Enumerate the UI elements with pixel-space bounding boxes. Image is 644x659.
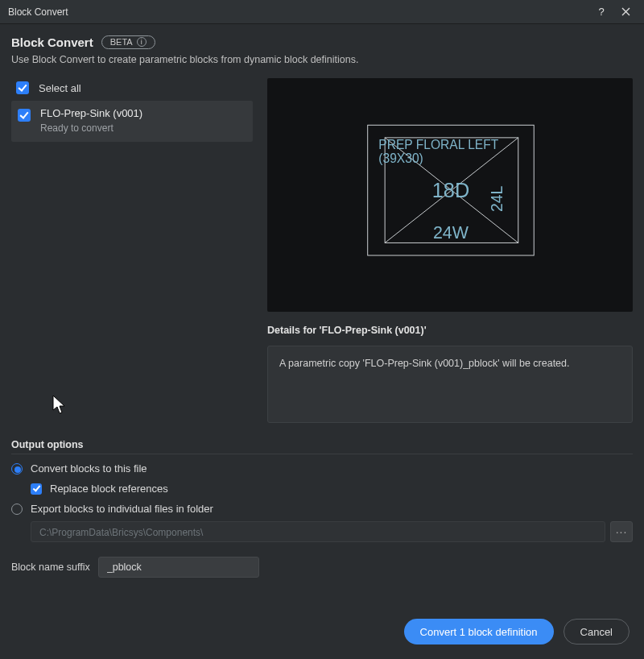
radio-export-to-folder[interactable] [11, 504, 23, 515]
details-box: A parametric copy 'FLO-Prep-Sink (v001)_… [267, 346, 633, 423]
block-preview: PREP FLORAL LEFT (39X30) 18D 24L 24W [267, 78, 633, 312]
page-heading: Block Convert [11, 35, 93, 49]
ellipsis-icon: ··· [616, 525, 628, 538]
option-export-to-folder[interactable]: Export blocks to individual files in fol… [11, 503, 633, 515]
option-export-to-folder-label: Export blocks to individual files in fol… [31, 503, 213, 515]
block-item-name: FLO-Prep-Sink (v001) [40, 107, 142, 119]
preview-title: PREP FLORAL LEFT [378, 138, 498, 151]
preview-width-label: 24W [433, 223, 469, 242]
block-name-suffix-label: Block name suffix [11, 562, 90, 573]
block-name-suffix-input[interactable] [98, 557, 259, 578]
block-item-status: Ready to convert [40, 122, 142, 134]
close-icon [621, 7, 630, 16]
option-replace-references[interactable]: Replace block references [31, 483, 633, 495]
page-description: Use Block Convert to create parametric b… [11, 54, 633, 65]
details-label: Details for 'FLO-Prep-Sink (v001)' [267, 325, 633, 336]
block-list-panel: Select all FLO-Prep-Sink (v001) Ready to… [11, 78, 253, 423]
titlebar: Block Convert ? [0, 0, 644, 24]
block-item-checkbox[interactable] [18, 109, 31, 122]
select-all-checkbox[interactable] [16, 81, 29, 94]
close-button[interactable] [613, 0, 638, 24]
option-convert-to-this-file-label: Convert blocks to this file [31, 462, 147, 475]
details-text: A parametric copy 'FLO-Prep-Sink (v001)_… [279, 358, 569, 369]
info-icon: i [137, 37, 147, 47]
preview-length-label: 24L [488, 185, 506, 212]
select-all-row[interactable]: Select all [11, 78, 253, 101]
beta-badge-label: BETA [110, 37, 133, 47]
option-replace-references-label: Replace block references [50, 483, 168, 495]
output-section-divider [11, 454, 633, 454]
select-all-label: Select all [39, 82, 81, 94]
block-list-item[interactable]: FLO-Prep-Sink (v001) Ready to convert [11, 101, 253, 142]
help-button[interactable]: ? [589, 0, 613, 24]
checkbox-replace-references[interactable] [31, 483, 42, 495]
beta-badge: BETA i [101, 35, 155, 49]
export-path-input[interactable]: C:\ProgramData\Bricsys\Components\ [31, 521, 605, 542]
window-title: Block Convert [8, 6, 68, 18]
output-section-title: Output options [11, 439, 633, 450]
radio-convert-to-this-file[interactable] [11, 463, 23, 475]
browse-folder-button[interactable]: ··· [610, 521, 633, 542]
convert-button[interactable]: Convert 1 block definition [404, 619, 554, 644]
preview-depth-label: 18D [432, 179, 469, 201]
cancel-button[interactable]: Cancel [564, 619, 630, 644]
preview-subtitle: (39X30) [378, 151, 423, 165]
dialog-footer: Convert 1 block definition Cancel [404, 619, 630, 644]
option-convert-to-this-file[interactable]: Convert blocks to this file [11, 462, 633, 475]
